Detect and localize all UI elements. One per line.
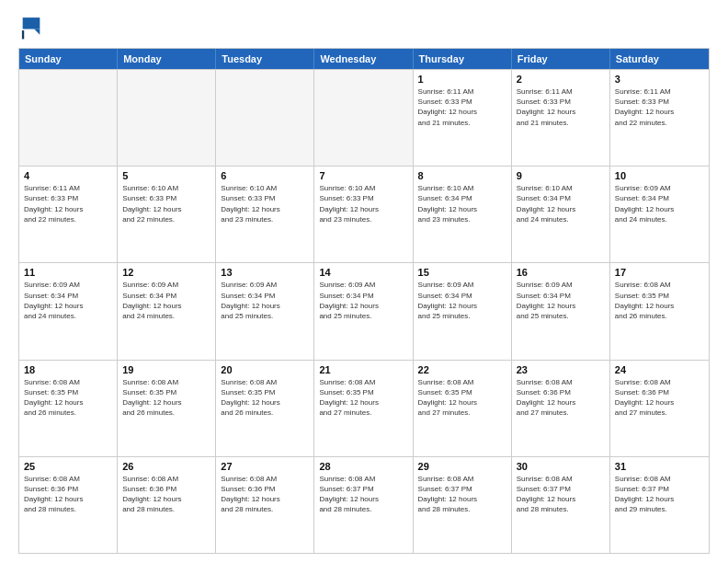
day-info: Sunrise: 6:10 AMSunset: 6:33 PMDaylight:… [122,183,210,224]
day-info: Sunrise: 6:08 AMSunset: 6:36 PMDaylight:… [615,377,704,419]
header [18,15,710,40]
day-cell-9: 9Sunrise: 6:10 AMSunset: 6:34 PMDaylight… [512,167,610,262]
day-cell-8: 8Sunrise: 6:10 AMSunset: 6:34 PMDaylight… [414,167,512,262]
day-info: Sunrise: 6:09 AMSunset: 6:34 PMDaylight:… [319,280,407,321]
day-info: Sunrise: 6:08 AMSunset: 6:35 PMDaylight:… [122,377,210,419]
day-number: 4 [24,170,112,181]
day-number: 9 [517,170,605,181]
day-info: Sunrise: 6:08 AMSunset: 6:37 PMDaylight:… [319,474,407,515]
day-info: Sunrise: 6:08 AMSunset: 6:35 PMDaylight:… [24,377,112,419]
empty-cell [216,70,314,166]
day-number: 10 [615,170,704,181]
day-cell-31: 31Sunrise: 6:08 AMSunset: 6:37 PMDayligh… [610,457,709,553]
week-row-5: 25Sunrise: 6:08 AMSunset: 6:36 PMDayligh… [19,456,709,553]
day-number: 16 [517,267,605,278]
day-cell-15: 15Sunrise: 6:09 AMSunset: 6:34 PMDayligh… [414,263,512,359]
day-cell-24: 24Sunrise: 6:08 AMSunset: 6:36 PMDayligh… [610,361,709,456]
day-number: 12 [122,267,210,278]
day-cell-7: 7Sunrise: 6:10 AMSunset: 6:33 PMDaylight… [314,167,413,262]
day-number: 11 [24,267,112,278]
day-info: Sunrise: 6:08 AMSunset: 6:36 PMDaylight:… [517,377,605,419]
day-cell-19: 19Sunrise: 6:08 AMSunset: 6:35 PMDayligh… [118,361,216,456]
logo-icon [18,15,44,40]
day-info: Sunrise: 6:09 AMSunset: 6:34 PMDaylight:… [221,280,309,321]
calendar-header: SundayMondayTuesdayWednesdayThursdayFrid… [19,49,709,69]
day-cell-4: 4Sunrise: 6:11 AMSunset: 6:33 PMDaylight… [19,167,118,262]
day-number: 25 [24,461,112,472]
day-info: Sunrise: 6:09 AMSunset: 6:34 PMDaylight:… [418,280,506,321]
day-number: 15 [418,267,506,278]
day-number: 5 [122,170,210,181]
week-row-2: 4Sunrise: 6:11 AMSunset: 6:33 PMDaylight… [19,166,709,262]
day-number: 2 [517,74,605,85]
day-number: 6 [221,170,309,181]
week-row-4: 18Sunrise: 6:08 AMSunset: 6:35 PMDayligh… [19,360,709,456]
day-number: 20 [221,364,309,375]
header-day-thursday: Thursday [414,49,512,69]
svg-rect-3 [22,30,24,39]
header-day-sunday: Sunday [19,49,118,69]
day-cell-25: 25Sunrise: 6:08 AMSunset: 6:36 PMDayligh… [19,457,118,553]
calendar: SundayMondayTuesdayWednesdayThursdayFrid… [18,48,710,554]
day-info: Sunrise: 6:10 AMSunset: 6:33 PMDaylight:… [319,183,407,224]
day-info: Sunrise: 6:08 AMSunset: 6:37 PMDaylight:… [517,474,605,515]
header-day-friday: Friday [512,49,610,69]
day-cell-6: 6Sunrise: 6:10 AMSunset: 6:33 PMDaylight… [216,167,314,262]
header-day-wednesday: Wednesday [314,49,413,69]
day-cell-20: 20Sunrise: 6:08 AMSunset: 6:35 PMDayligh… [216,361,314,456]
day-number: 18 [24,364,112,375]
day-cell-27: 27Sunrise: 6:08 AMSunset: 6:36 PMDayligh… [216,457,314,553]
day-info: Sunrise: 6:10 AMSunset: 6:34 PMDaylight:… [517,183,605,224]
day-number: 23 [517,364,605,375]
day-number: 3 [615,74,704,85]
day-number: 31 [615,461,704,472]
day-cell-29: 29Sunrise: 6:08 AMSunset: 6:37 PMDayligh… [414,457,512,553]
day-number: 21 [319,364,407,375]
day-number: 17 [615,267,704,278]
day-info: Sunrise: 6:09 AMSunset: 6:34 PMDaylight:… [122,280,210,321]
day-cell-12: 12Sunrise: 6:09 AMSunset: 6:34 PMDayligh… [118,263,216,359]
day-cell-17: 17Sunrise: 6:08 AMSunset: 6:35 PMDayligh… [610,263,709,359]
header-day-saturday: Saturday [610,49,709,69]
day-info: Sunrise: 6:10 AMSunset: 6:34 PMDaylight:… [418,183,506,224]
day-cell-13: 13Sunrise: 6:09 AMSunset: 6:34 PMDayligh… [216,263,314,359]
day-number: 19 [122,364,210,375]
empty-cell [314,70,413,166]
day-cell-3: 3Sunrise: 6:11 AMSunset: 6:33 PMDaylight… [610,70,709,166]
day-info: Sunrise: 6:08 AMSunset: 6:35 PMDaylight:… [418,377,506,419]
week-row-1: 1Sunrise: 6:11 AMSunset: 6:33 PMDaylight… [19,69,709,166]
day-info: Sunrise: 6:11 AMSunset: 6:33 PMDaylight:… [615,86,704,128]
day-number: 28 [319,461,407,472]
day-number: 14 [319,267,407,278]
empty-cell [118,70,216,166]
week-row-3: 11Sunrise: 6:09 AMSunset: 6:34 PMDayligh… [19,262,709,359]
day-cell-21: 21Sunrise: 6:08 AMSunset: 6:35 PMDayligh… [314,361,413,456]
day-number: 22 [418,364,506,375]
calendar-body: 1Sunrise: 6:11 AMSunset: 6:33 PMDaylight… [19,69,709,553]
day-info: Sunrise: 6:11 AMSunset: 6:33 PMDaylight:… [24,183,112,224]
day-cell-18: 18Sunrise: 6:08 AMSunset: 6:35 PMDayligh… [19,361,118,456]
day-info: Sunrise: 6:08 AMSunset: 6:35 PMDaylight:… [221,377,309,419]
day-cell-16: 16Sunrise: 6:09 AMSunset: 6:34 PMDayligh… [512,263,610,359]
day-number: 8 [418,170,506,181]
day-number: 29 [418,461,506,472]
day-cell-26: 26Sunrise: 6:08 AMSunset: 6:36 PMDayligh… [118,457,216,553]
empty-cell [19,70,118,166]
day-info: Sunrise: 6:11 AMSunset: 6:33 PMDaylight:… [517,86,605,128]
day-cell-22: 22Sunrise: 6:08 AMSunset: 6:35 PMDayligh… [414,361,512,456]
day-cell-2: 2Sunrise: 6:11 AMSunset: 6:33 PMDaylight… [512,70,610,166]
day-info: Sunrise: 6:08 AMSunset: 6:37 PMDaylight:… [615,474,704,515]
day-info: Sunrise: 6:09 AMSunset: 6:34 PMDaylight:… [24,280,112,321]
day-info: Sunrise: 6:08 AMSunset: 6:35 PMDaylight:… [319,377,407,419]
day-cell-10: 10Sunrise: 6:09 AMSunset: 6:34 PMDayligh… [610,167,709,262]
day-info: Sunrise: 6:08 AMSunset: 6:35 PMDaylight:… [615,280,704,321]
day-cell-11: 11Sunrise: 6:09 AMSunset: 6:34 PMDayligh… [19,263,118,359]
day-info: Sunrise: 6:11 AMSunset: 6:33 PMDaylight:… [418,86,506,128]
svg-marker-1 [23,17,40,29]
header-day-monday: Monday [118,49,216,69]
day-number: 27 [221,461,309,472]
day-number: 30 [517,461,605,472]
day-info: Sunrise: 6:09 AMSunset: 6:34 PMDaylight:… [615,183,704,224]
day-number: 26 [122,461,210,472]
day-cell-28: 28Sunrise: 6:08 AMSunset: 6:37 PMDayligh… [314,457,413,553]
